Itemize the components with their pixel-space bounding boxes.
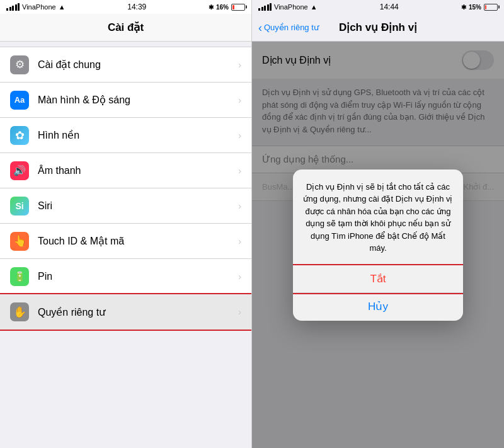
settings-item-general[interactable]: ⚙ Cài đặt chung › [0,47,251,83]
page-title-left: Cài đặt [108,21,144,34]
bluetooth-icon-right: ✱ [461,4,466,11]
carrier-right: VinaPhone [274,3,308,11]
back-arrow-icon: ‹ [258,22,262,33]
nav-bar-right: ‹ Quyền riêng tư Dịch vụ Định vị [252,14,504,42]
battery-settings-icon: 🔋 [10,267,29,286]
arrow-privacy: › [238,307,241,317]
settings-section-main: ⚙ Cài đặt chung › Aa Màn hình & Độ sáng … [0,47,251,330]
dialog-overlay: Dịch vụ Định vị sẽ bị tắt cho tất cả các… [252,42,504,448]
battery-fill-left [232,5,234,9]
battery-label: Pin [38,271,238,282]
siri-label: Siri [38,200,238,212]
arrow-display: › [238,95,241,105]
location-content: Dịch vụ Định vị Dịch vụ Định vị sử dụng … [252,42,504,448]
dialog-cancel-label: Hủy [368,300,388,313]
status-left-right: VinaPhone ▲ [258,3,318,11]
display-label: Màn hình & Độ sáng [38,94,238,106]
dialog-off-button[interactable]: Tắt [293,265,463,293]
arrow-sound: › [238,166,241,176]
settings-item-privacy[interactable]: ✋ Quyền riêng tư › [0,294,251,330]
settings-item-sound[interactable]: 🔊 Âm thanh › [0,153,251,188]
siri-icon: Si [10,197,29,215]
battery-percent-left: 16% [216,4,229,11]
bluetooth-icon-left: ✱ [209,4,214,11]
back-label: Quyền riêng tư [264,23,319,32]
battery-fill-right [485,5,486,9]
general-icon: ⚙ [10,55,29,74]
sound-label: Âm thanh [38,165,238,176]
arrow-general: › [238,60,241,70]
arrow-wallpaper: › [238,130,241,141]
status-right-left: ✱ 16% [209,4,245,11]
status-bar-left: VinaPhone ▲ 14:39 ✱ 16% [0,0,251,14]
settings-item-display[interactable]: Aa Màn hình & Độ sáng › [0,83,251,118]
carrier-left: VinaPhone [22,3,56,11]
general-label: Cài đặt chung [38,59,238,71]
page-title-right: Dịch vụ Định vị [339,21,417,34]
left-phone: VinaPhone ▲ 14:39 ✱ 16% Cài đặt ⚙ Cài đặ… [0,0,252,448]
status-right-right: ✱ 15% [461,4,498,11]
time-left: 14:39 [127,3,146,11]
back-button[interactable]: ‹ Quyền riêng tư [258,22,319,33]
battery-icon-right [484,4,498,11]
wallpaper-label: Hình nền [38,129,238,141]
right-phone: VinaPhone ▲ 14:44 ✱ 15% ‹ Quyền riêng tư… [252,0,504,448]
privacy-icon: ✋ [10,302,29,321]
wifi-icon-right: ▲ [311,3,318,11]
settings-item-battery[interactable]: 🔋 Pin › [0,259,251,294]
privacy-label: Quyền riêng tư [38,306,238,318]
dialog-cancel-button[interactable]: Hủy [293,293,463,321]
wifi-icon: ▲ [59,3,66,11]
touchid-label: Touch ID & Mật mã [38,235,238,247]
battery-icon-left [231,4,245,11]
touchid-icon: 👆 [10,232,29,251]
dialog-off-label: Tắt [370,272,386,285]
status-bar-right: VinaPhone ▲ 14:44 ✱ 15% [252,0,504,14]
arrow-touchid: › [238,236,241,246]
page-title-right-text: Dịch vụ Định vị [339,21,417,33]
nav-bar-left: Cài đặt [0,14,251,42]
battery-percent-right: 15% [469,4,481,11]
dialog-box: Dịch vụ Định vị sẽ bị tắt cho tất cả các… [293,169,463,321]
time-right: 14:44 [380,3,399,11]
dialog-message: Dịch vụ Định vị sẽ bị tắt cho tất cả các… [293,169,463,265]
settings-item-wallpaper[interactable]: ✿ Hình nền › [0,118,251,153]
arrow-battery: › [238,272,241,282]
signal-icon [6,3,20,11]
settings-item-siri[interactable]: Si Siri › [0,188,251,224]
settings-list: ⚙ Cài đặt chung › Aa Màn hình & Độ sáng … [0,42,251,448]
display-icon: Aa [10,91,29,110]
signal-icon-right [258,3,272,11]
settings-item-touchid[interactable]: 👆 Touch ID & Mật mã › [0,224,251,259]
status-left-left: VinaPhone ▲ [6,3,66,11]
arrow-siri: › [238,201,241,211]
wallpaper-icon: ✿ [10,126,29,145]
sound-icon: 🔊 [10,161,29,180]
